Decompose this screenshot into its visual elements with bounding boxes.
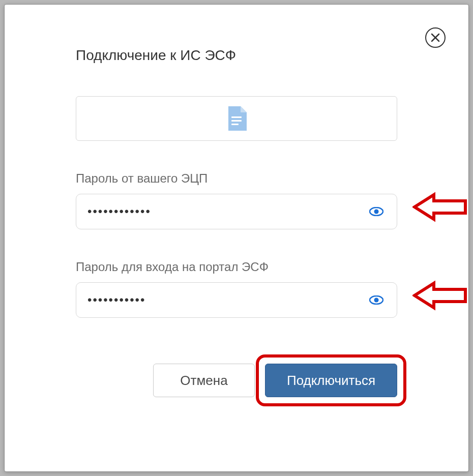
svg-rect-3 <box>231 120 242 122</box>
portal-password-label: Пароль для входа на портал ЭСФ <box>76 260 397 274</box>
dialog-title: Подключение к ИС ЭСФ <box>76 47 397 64</box>
cancel-button[interactable]: Отмена <box>153 364 255 397</box>
connect-dialog: Подключение к ИС ЭСФ Пароль от вашего ЭЦ… <box>4 4 469 472</box>
portal-password-input[interactable] <box>87 293 367 307</box>
connect-button[interactable]: Подключиться <box>265 364 397 397</box>
ecp-password-wrap <box>76 194 397 229</box>
ecp-password-toggle[interactable] <box>367 205 386 218</box>
svg-point-8 <box>374 298 379 303</box>
arrow-annotation-icon <box>412 192 468 222</box>
ecp-password-group: Пароль от вашего ЭЦП <box>76 171 397 229</box>
arrow-annotation-icon <box>412 280 468 311</box>
portal-password-toggle[interactable] <box>367 293 386 307</box>
ecp-password-input[interactable] <box>87 204 367 219</box>
close-button[interactable] <box>425 27 446 48</box>
document-icon <box>226 106 247 131</box>
svg-rect-2 <box>231 116 242 118</box>
portal-password-group: Пароль для входа на портал ЭСФ <box>76 260 397 318</box>
svg-point-6 <box>374 210 379 214</box>
eye-icon <box>369 295 383 305</box>
close-icon <box>431 33 440 42</box>
ecp-password-label: Пароль от вашего ЭЦП <box>76 171 397 186</box>
svg-rect-4 <box>231 124 239 125</box>
dialog-buttons: Отмена Подключиться <box>76 364 397 397</box>
portal-password-wrap <box>76 282 397 318</box>
file-drop-zone[interactable] <box>76 96 397 141</box>
eye-icon <box>369 207 383 216</box>
